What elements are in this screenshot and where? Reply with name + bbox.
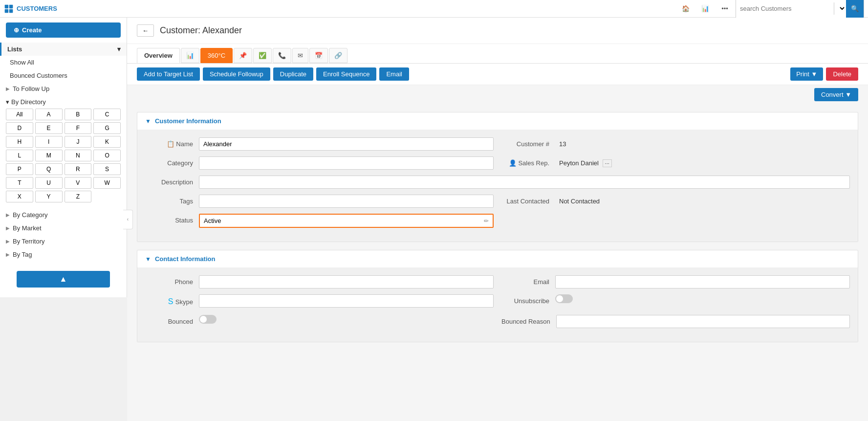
collapse-sidebar-button[interactable]: ‹ — [123, 210, 133, 229]
status-edit-icon[interactable]: ✏ — [484, 218, 489, 224]
customer-info-body: 📋 Name Customer # 13 Category — [137, 130, 858, 242]
contact-info-header[interactable]: ▼ Contact Information — [137, 250, 858, 267]
sidebar-by-tag[interactable]: ▶ By Tag — [0, 248, 127, 261]
bounced-toggle[interactable] — [199, 315, 217, 324]
sidebar-to-follow-up[interactable]: ▶ To Follow Up — [0, 82, 127, 95]
letter-m[interactable]: M — [35, 150, 63, 161]
letter-n[interactable]: N — [65, 150, 92, 161]
letter-a[interactable]: A — [35, 109, 63, 120]
letter-h[interactable]: H — [6, 136, 33, 148]
email-input[interactable] — [555, 275, 850, 288]
back-button[interactable]: ← — [137, 24, 154, 37]
letter-d[interactable]: D — [6, 122, 33, 134]
more-button[interactable]: ••• — [716, 0, 734, 18]
duplicate-button[interactable]: Duplicate — [273, 67, 313, 81]
scroll-top-button[interactable]: ▲ — [17, 271, 110, 288]
delete-button[interactable]: Delete — [826, 67, 858, 81]
tab-calendar[interactable]: 📅 — [309, 48, 328, 63]
tab-phone[interactable]: 📞 — [273, 48, 291, 63]
category-input[interactable] — [199, 156, 494, 170]
sidebar-show-all[interactable]: Show All — [0, 56, 127, 69]
last-contacted-label: Last Contacted — [501, 195, 555, 208]
letter-i[interactable]: I — [35, 136, 63, 148]
description-input[interactable] — [199, 176, 850, 189]
letter-p[interactable]: P — [6, 163, 33, 175]
tab-pin[interactable]: 📌 — [234, 48, 252, 63]
skype-input[interactable] — [199, 294, 494, 308]
sales-rep-more-button[interactable]: ··· — [603, 159, 612, 167]
letter-x[interactable]: X — [6, 191, 33, 202]
letter-e[interactable]: E — [35, 122, 63, 134]
letter-u[interactable]: U — [35, 177, 63, 189]
search-button[interactable]: 🔍 — [846, 0, 864, 18]
letter-l[interactable]: L — [6, 150, 33, 161]
description-field: Description — [145, 176, 850, 189]
tab-360[interactable]: 360°C — [200, 48, 233, 63]
convert-button[interactable]: Convert ▼ — [814, 88, 858, 101]
add-target-list-button[interactable]: Add to Target List — [137, 67, 200, 81]
sidebar-by-category[interactable]: ▶ By Category — [0, 208, 127, 222]
tab-chart[interactable]: 📊 — [181, 48, 199, 63]
tab-email[interactable]: ✉ — [292, 48, 308, 63]
sales-rep-value: Peyton Daniel ··· — [555, 156, 850, 170]
phone-field: Phone — [145, 275, 494, 288]
sales-rep-icon: 👤 — [509, 159, 519, 167]
tab-overview[interactable]: Overview — [137, 48, 180, 63]
letter-f[interactable]: F — [65, 122, 92, 134]
sidebar-by-market[interactable]: ▶ By Market — [0, 222, 127, 235]
letter-z[interactable]: Z — [65, 191, 92, 202]
tab-task[interactable]: ✅ — [253, 48, 272, 63]
contact-row-bounced: Bounced Bounced Reason — [145, 315, 850, 328]
letter-j[interactable]: J — [65, 136, 92, 148]
customer-num-value: 13 — [555, 137, 850, 151]
tags-label: Tags — [145, 195, 199, 208]
by-directory-label[interactable]: ▾ By Directory — [6, 98, 121, 106]
form-row-status: Status Active ✏ — [145, 214, 850, 228]
home-button[interactable]: 🏠 — [677, 0, 694, 18]
content-area: ← Customer: Alexander Overview 📊 360°C 📌… — [127, 18, 868, 421]
letter-v[interactable]: V — [65, 177, 92, 189]
phone-input[interactable] — [199, 275, 494, 288]
letter-q[interactable]: Q — [35, 163, 63, 175]
customer-info-header[interactable]: ▼ Customer Information — [137, 112, 858, 130]
customer-info-section: ▼ Customer Information 📋 Name Customer # — [137, 112, 858, 242]
enroll-sequence-button[interactable]: Enroll Sequence — [316, 67, 376, 81]
svg-rect-3 — [9, 9, 13, 13]
sidebar-bounced-customers[interactable]: Bounced Customers — [0, 69, 127, 82]
contact-row-skype: S Skype Unsubscribe — [145, 294, 850, 309]
letter-o[interactable]: O — [93, 150, 121, 161]
app-title: CUSTOMERS — [4, 4, 673, 14]
email-button[interactable]: Email — [379, 67, 409, 81]
letter-g[interactable]: G — [93, 122, 121, 134]
schedule-followup-button[interactable]: Schedule Followup — [203, 67, 270, 81]
search-input[interactable] — [736, 3, 834, 14]
letter-all[interactable]: All — [6, 109, 33, 120]
letter-t[interactable]: T — [6, 177, 33, 189]
print-button[interactable]: Print ▼ — [790, 67, 823, 81]
letter-b[interactable]: B — [65, 109, 92, 120]
sidebar-by-territory[interactable]: ▶ By Territory — [0, 235, 127, 248]
create-button[interactable]: ⊕ Create — [6, 22, 121, 38]
status-value: Active — [204, 217, 221, 224]
letter-k[interactable]: K — [93, 136, 121, 148]
letter-r[interactable]: R — [65, 163, 92, 175]
status-spacer — [501, 214, 850, 228]
unsubscribe-toggle[interactable] — [555, 294, 573, 303]
sidebar-lists-section[interactable]: Lists ▾ — [0, 43, 127, 56]
search-dropdown[interactable] — [834, 2, 846, 15]
letter-s[interactable]: S — [93, 163, 121, 175]
tab-link[interactable]: 🔗 — [329, 48, 347, 63]
bounced-reason-input[interactable] — [556, 315, 850, 328]
letter-c[interactable]: C — [93, 109, 121, 120]
app-icon — [4, 4, 14, 14]
status-value-box[interactable]: Active ✏ — [199, 214, 494, 228]
chart-button[interactable]: 📊 — [696, 0, 714, 18]
name-input[interactable] — [199, 137, 494, 151]
letter-y[interactable]: Y — [35, 191, 63, 202]
letter-w[interactable]: W — [93, 177, 121, 189]
form-row-category: Category 👤 Sales Rep. Peyton Daniel ··· — [145, 156, 850, 170]
page-title: Customer: Alexander — [160, 25, 242, 36]
tags-input[interactable] — [199, 195, 494, 208]
email-field: Email — [501, 275, 850, 288]
skype-label: S Skype — [145, 294, 199, 309]
